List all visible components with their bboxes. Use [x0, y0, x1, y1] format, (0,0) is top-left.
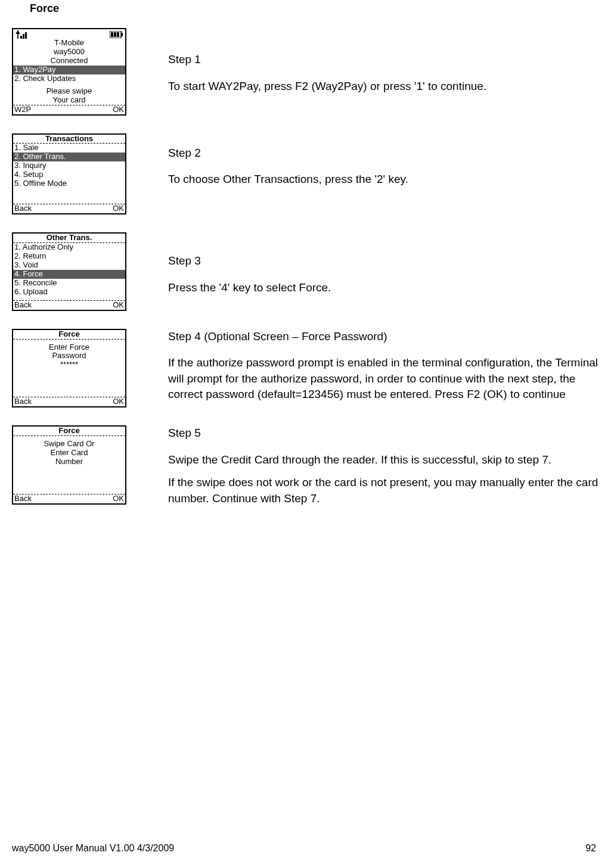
status-bar — [13, 29, 125, 39]
page-footer: way5000 User Manual V1.00 4/3/2009 92 — [12, 843, 596, 854]
swipe-line2: Your card — [13, 96, 125, 105]
softkey-right[interactable]: OK — [113, 105, 124, 114]
menu-sale[interactable]: 1. Sale — [13, 144, 125, 153]
step-5-body: Swipe the Credit Card through the reader… — [168, 452, 603, 468]
svg-rect-3 — [25, 32, 27, 39]
softkey-right[interactable]: OK — [113, 204, 124, 213]
step-1-row: T-Mobile way5000 Connected 1. Way2Pay 2.… — [12, 28, 614, 116]
step-5-label: Step 5 — [168, 425, 603, 441]
menu-offline[interactable]: 5. Offline Mode — [13, 179, 125, 188]
device-label: way5000 — [13, 48, 125, 57]
menu-return[interactable]: 2. Return — [13, 252, 125, 261]
swipe-line2: Enter Card — [13, 449, 125, 458]
screen-5-header: Force — [13, 427, 125, 436]
step-5-text: Step 5 Swipe the Credit Card through the… — [168, 425, 603, 506]
screen-4-header: Force — [13, 330, 125, 340]
softkey-left[interactable]: W2P — [14, 105, 31, 114]
step-1-body: To start WAY2Pay, press F2 (Way2Pay) or … — [168, 79, 486, 95]
softkey-left[interactable]: Back — [14, 494, 32, 503]
softkey-right[interactable]: OK — [113, 397, 124, 406]
step-4-row: Force Enter Force Password ****** Back O… — [12, 329, 614, 408]
step-2-body: To choose Other Transactions, press the … — [168, 172, 408, 188]
menu-force[interactable]: 4. Force — [13, 270, 125, 279]
screen-2-header: Transactions — [13, 135, 125, 144]
menu-auth-only[interactable]: 1. Authorize Only — [13, 243, 125, 252]
screen-2: Transactions 1. Sale 2. Other Trans. 3. … — [12, 133, 126, 215]
step-1-label: Step 1 — [168, 52, 486, 68]
menu-item-way2pay[interactable]: 1. Way2Pay — [13, 66, 125, 74]
softkey-left[interactable]: Back — [14, 397, 32, 406]
svg-rect-8 — [117, 32, 119, 37]
step-5-row: Force Swipe Card Or Enter Card Number Ba… — [12, 425, 614, 506]
softkey-left[interactable]: Back — [14, 204, 32, 213]
step-5-body2: If the swipe does not work or the card i… — [168, 475, 603, 506]
menu-other-trans[interactable]: 2. Other Trans. — [13, 153, 125, 161]
svg-rect-1 — [20, 36, 22, 39]
step-3-text: Step 3 Press the '4' key to select Force… — [168, 232, 331, 295]
page-title: Force — [0, 0, 614, 22]
force-pw-mask: ****** — [13, 360, 125, 369]
step-4-body: If the authorize password prompt is enab… — [168, 355, 603, 403]
swipe-line3: Number — [13, 458, 125, 466]
screen-3-header: Other Trans. — [13, 234, 125, 243]
step-4-text: Step 4 (Optional Screen – Force Password… — [168, 329, 603, 403]
page: Force — [0, 0, 614, 868]
status-label: Connected — [13, 57, 125, 66]
screen-4: Force Enter Force Password ****** Back O… — [12, 329, 126, 408]
svg-rect-2 — [23, 34, 24, 39]
svg-rect-5 — [121, 33, 123, 36]
footer-left: way5000 User Manual V1.00 4/3/2009 — [12, 843, 174, 854]
step-3-row: Other Trans. 1. Authorize Only 2. Return… — [12, 232, 614, 311]
battery-icon — [110, 31, 123, 38]
footer-page-number: 92 — [585, 843, 596, 854]
screen-1: T-Mobile way5000 Connected 1. Way2Pay 2.… — [12, 28, 126, 116]
screen-3: Other Trans. 1. Authorize Only 2. Return… — [12, 232, 126, 311]
swipe-line1: Swipe Card Or — [13, 440, 125, 449]
screen-5: Force Swipe Card Or Enter Card Number Ba… — [12, 425, 126, 505]
step-2-text: Step 2 To choose Other Transactions, pre… — [168, 133, 408, 188]
menu-inquiry[interactable]: 3. Inquiry — [13, 161, 125, 170]
svg-rect-7 — [114, 32, 116, 37]
softkey-left[interactable]: Back — [14, 301, 32, 310]
softkey-right[interactable]: OK — [113, 494, 124, 503]
menu-item-check-updates[interactable]: 2. Check Updates — [13, 74, 125, 83]
menu-reconcile[interactable]: 5. Reconcile — [13, 279, 125, 288]
force-pw-line1: Enter Force — [13, 343, 125, 352]
svg-rect-6 — [111, 32, 113, 37]
step-1-text: Step 1 To start WAY2Pay, press F2 (Way2P… — [168, 28, 486, 94]
swipe-line1: Please swipe — [13, 87, 125, 96]
step-2-label: Step 2 — [168, 145, 408, 161]
force-pw-line2: Password — [13, 351, 125, 360]
softkey-right[interactable]: OK — [113, 301, 124, 310]
signal-icon — [15, 30, 29, 39]
step-3-label: Step 3 — [168, 253, 331, 269]
menu-setup[interactable]: 4. Setup — [13, 170, 125, 179]
step-4-label: Step 4 (Optional Screen – Force Password… — [168, 329, 603, 345]
step-3-body: Press the '4' key to select Force. — [168, 280, 331, 296]
menu-void[interactable]: 3. Void — [13, 261, 125, 270]
carrier-label: T-Mobile — [13, 39, 125, 48]
step-2-row: Transactions 1. Sale 2. Other Trans. 3. … — [12, 133, 614, 215]
menu-upload[interactable]: 6. Upload — [13, 288, 125, 297]
